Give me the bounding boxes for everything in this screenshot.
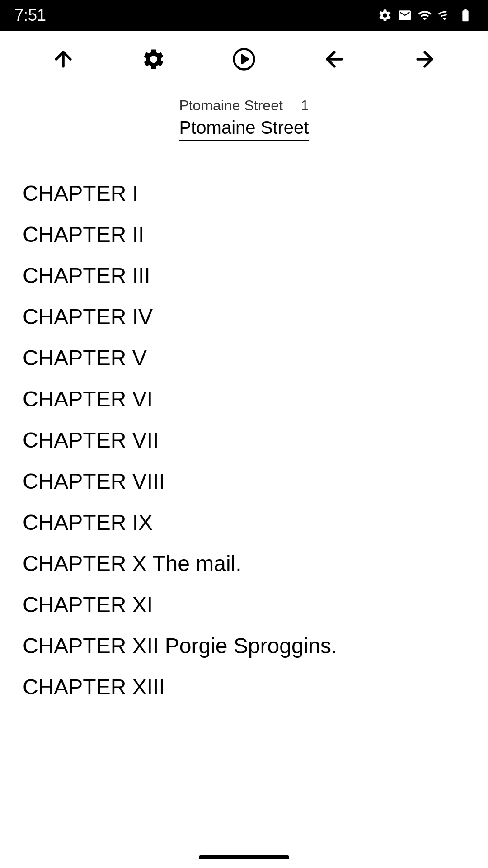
chapter-item[interactable]: CHAPTER VII	[23, 420, 465, 461]
header-top: Ptomaine Street 1	[179, 97, 309, 114]
chapter-item[interactable]: CHAPTER XII Porgie Sproggins.	[23, 625, 465, 666]
forward-button[interactable]	[409, 43, 441, 75]
svg-marker-2	[242, 55, 249, 63]
settings-status-icon	[378, 8, 392, 23]
wifi-status-icon	[418, 8, 432, 23]
chapter-item[interactable]: CHAPTER V	[23, 337, 465, 378]
status-bar: 7:51	[0, 0, 488, 31]
toolbar	[0, 31, 488, 88]
chapter-item[interactable]: CHAPTER VI	[23, 378, 465, 420]
chapter-item[interactable]: CHAPTER I	[23, 173, 465, 214]
chapter-item[interactable]: CHAPTER III	[23, 255, 465, 296]
chapter-item[interactable]: CHAPTER VIII	[23, 461, 465, 502]
status-icons	[378, 8, 474, 23]
chapter-item[interactable]: CHAPTER II	[23, 214, 465, 255]
status-time: 7:51	[14, 6, 46, 25]
home-indicator	[0, 846, 488, 868]
header-area: Ptomaine Street 1 Ptomaine Street	[0, 88, 488, 146]
signal-status-icon	[437, 8, 452, 23]
battery-status-icon	[457, 8, 474, 23]
mail-status-icon	[398, 8, 412, 23]
chapter-item[interactable]: CHAPTER IX	[23, 502, 465, 543]
play-button[interactable]	[228, 43, 260, 75]
chapter-list: CHAPTER ICHAPTER IICHAPTER IIICHAPTER IV…	[0, 146, 488, 726]
settings-button[interactable]	[138, 43, 169, 75]
page-number: 1	[301, 97, 309, 114]
book-title-small: Ptomaine Street	[179, 97, 282, 114]
home-bar	[199, 855, 289, 859]
book-title-large: Ptomaine Street	[179, 118, 309, 141]
up-button[interactable]	[47, 43, 79, 75]
back-button[interactable]	[319, 43, 350, 75]
chapter-item[interactable]: CHAPTER XIII	[23, 666, 465, 708]
chapter-item[interactable]: CHAPTER IV	[23, 296, 465, 337]
chapter-item[interactable]: CHAPTER X The mail.	[23, 543, 465, 584]
chapter-item[interactable]: CHAPTER XI	[23, 584, 465, 625]
